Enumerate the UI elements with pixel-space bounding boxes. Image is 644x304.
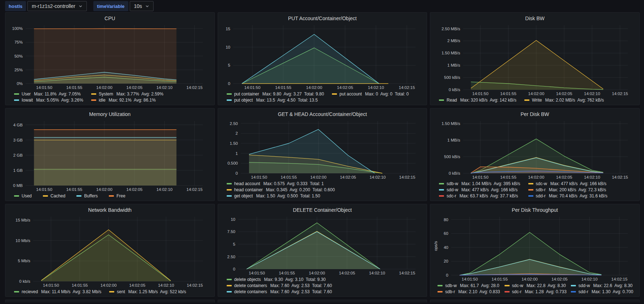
series-stats: Max: 3.77% Avg: 2.59% (116, 91, 164, 97)
chart-disk-bw[interactable]: 14:01:5014:01:5514:02:0014:02:0514:02:10… (433, 22, 636, 97)
legend-item-free[interactable]: Free (109, 193, 129, 198)
series-color-dash (109, 291, 114, 292)
series-color-dash (505, 291, 510, 292)
svg-text:80: 80 (444, 218, 449, 222)
chart-per-disk-throughput[interactable]: 14:01:5014:01:5514:02:0014:02:0514:02:10… (433, 214, 636, 282)
legend-item-put-account[interactable]: put accountMax: 0 Avg: 0 Total: 0 (332, 91, 409, 97)
legend-item-put-object[interactable]: put objectMax: 13.5 Avg: 4.50 Total: 13.… (227, 98, 324, 103)
legend-item-sdb-w[interactable]: sdb-wMax: 1.04 MB/s Avg: 395 kB/s (439, 181, 520, 186)
panel-title[interactable]: Disk BW (433, 14, 636, 22)
svg-text:20: 20 (444, 259, 449, 263)
legend-item-sdb-w[interactable]: sdb-wMax: 61.7 Avg: 28.0 (438, 283, 500, 288)
legend-item-sent[interactable]: sentMax: 1.25 Mb/s Avg: 522 kb/s (109, 289, 186, 294)
legend-item-read[interactable]: ReadMax: 320 kB/s Avg: 142 kB/s (439, 98, 516, 103)
panel-title[interactable]: Per Disk Throughput (433, 206, 636, 214)
legend-item-head-account[interactable]: head accountMax: 0.575 Avg: 0.333 Total:… (227, 181, 335, 186)
panel-title[interactable]: PUT Account/Container/Object (221, 14, 424, 22)
panel-title[interactable]: Memory Utilization (8, 110, 212, 118)
chart-svg: 14:01:5014:01:5514:02:0014:02:0514:02:10… (8, 22, 212, 91)
svg-text:14:01:50: 14:01:50 (249, 271, 265, 275)
legend: head accountMax: 0.575 Avg: 0.333 Total:… (221, 180, 424, 199)
legend-item-cached[interactable]: Cached (43, 193, 68, 198)
legend-item-system[interactable]: SystemMax: 3.77% Avg: 2.59% (91, 91, 164, 97)
svg-text:2.50: 2.50 (227, 255, 235, 259)
panel-stub (5, 300, 215, 303)
svg-text:50%: 50% (14, 54, 23, 58)
legend-item-sdb-r[interactable]: sdb-rMax: 2.10 Avg: 0.833 (438, 289, 500, 294)
svg-text:14:02:05: 14:02:05 (337, 85, 353, 90)
chart-svg: 14:01:5014:01:5514:02:0014:02:0514:02:10… (433, 214, 636, 282)
legend-item-iowait[interactable]: IowaitMax: 5.05% Avg: 3.26% (14, 98, 83, 103)
legend-item-put-container[interactable]: put containerMax: 9.80 Avg: 3.27 Total: … (227, 91, 324, 97)
series-name: sdc-w (536, 181, 547, 186)
panel-title[interactable]: Network Bandwidth (8, 206, 212, 214)
series-name: sdb-r (536, 187, 546, 192)
legend-item-delete-objects[interactable]: delete objectsMax: 9.30 Avg: 3.10 Total:… (227, 277, 332, 282)
legend: sdb-wMax: 1.04 MB/s Avg: 395 kB/ssdc-wMa… (433, 180, 636, 199)
legend-item-sdc-r[interactable]: sdc-rMax: 63.7 kB/s Avg: 37.7 kB/s (439, 193, 520, 198)
variable-current-value: 10s (134, 3, 142, 9)
svg-text:14:01:50: 14:01:50 (244, 85, 260, 90)
series-stats: Max: 0 Avg: 0 Total: 0 (365, 91, 409, 97)
svg-text:0: 0 (228, 81, 230, 86)
series-name: Write (532, 98, 542, 103)
svg-text:1 MB/s: 1 MB/s (448, 138, 461, 142)
series-name: sdd-w (447, 187, 458, 192)
series-color-dash (571, 285, 576, 286)
legend: delete objectsMax: 9.30 Avg: 3.10 Total:… (221, 276, 424, 295)
legend-item-sdd-w[interactable]: sdd-wMax: 477 kB/s Avg: 166 kB/s (439, 187, 520, 192)
series-name: recieved (22, 289, 38, 294)
chart-svg: 14:01:5014:01:5514:02:0014:02:0514:02:10… (221, 214, 424, 276)
svg-text:14:02:10: 14:02:10 (369, 271, 385, 275)
chart-memory-utilization[interactable]: 14:01:5014:01:5514:02:0014:02:0514:02:10… (8, 118, 212, 193)
series-stats: Max: 1.28 Avg: 0.733 (525, 289, 567, 294)
legend-item-sdb-r[interactable]: sdb-rMax: 200 kB/s Avg: 72.3 kB/s (528, 187, 608, 192)
legend-item-delete-containers[interactable]: delete containersMax: 7.60 Avg: 2.53 Tot… (227, 289, 332, 294)
series-stats: Max: 63.7 kB/s Avg: 37.7 kB/s (459, 193, 518, 198)
series-stats: Max: 11.4 Mb/s Avg: 3.82 Mb/s (41, 289, 101, 294)
dashboard-toolbar: hostls m-r1z1s2-controller timeVariable … (0, 0, 644, 12)
series-stats: Max: 9.30 Avg: 3.10 Total: 9.30 (264, 277, 326, 282)
legend-item-sdd-r[interactable]: sdd-rMax: 70.4 kB/s Avg: 31.6 kB/s (528, 193, 608, 198)
legend-item-get-object[interactable]: get objectMax: 1.50 Avg: 0.500 Total: 1.… (227, 193, 335, 198)
legend-item-sdd-w[interactable]: sdd-wMax: 22.6 Avg: 8.30 (571, 283, 633, 288)
legend-item-write[interactable]: WriteMax: 2.02 MB/s Avg: 762 kB/s (524, 98, 604, 103)
legend-item-idle[interactable]: idleMax: 92.1% Avg: 86.1% (91, 98, 164, 103)
legend-item-used[interactable]: Used (14, 193, 35, 198)
legend-item-delete-containers[interactable]: delete containersMax: 7.60 Avg: 2.53 Tot… (227, 283, 332, 288)
svg-text:1.50 MB/s: 1.50 MB/s (442, 51, 461, 55)
panel-title[interactable]: GET & HEAD Account/Container/Object (221, 110, 424, 118)
svg-text:14:02:00: 14:02:00 (101, 283, 117, 287)
legend-item-head-container[interactable]: head containerMax: 0.345 Avg: 0.200 Tota… (227, 187, 335, 192)
variable-value-dropdown[interactable]: 10s (130, 1, 154, 11)
chart-get-head-account-container-object[interactable]: 14:01:5014:01:5514:02:0014:02:0514:02:10… (221, 118, 424, 180)
chart-cpu[interactable]: 14:01:5014:01:5514:02:0014:02:0514:02:10… (8, 22, 212, 91)
legend-item-sdc-w[interactable]: sdc-wMax: 477 kB/s Avg: 166 kB/s (528, 181, 608, 186)
legend: recievedMax: 11.4 Mb/s Avg: 3.82 Mb/ssen… (8, 289, 212, 295)
legend-item-sdd-r[interactable]: sdd-rMax: 1.30 Avg: 0.700 (571, 289, 633, 294)
panel-title[interactable]: Per Disk BW (433, 110, 636, 118)
legend-item-sdc-w[interactable]: sdc-wMax: 22.8 Avg: 8.30 (505, 283, 567, 288)
panel-title[interactable]: CPU (8, 14, 212, 22)
variable-label: hostls (5, 1, 26, 11)
chart-delete-container-object[interactable]: 14:01:5014:01:5514:02:0014:02:0514:02:10… (221, 214, 424, 276)
svg-text:14:02:15: 14:02:15 (612, 91, 628, 96)
series-color-dash (439, 183, 444, 184)
legend-item-buffers[interactable]: Buffers (76, 193, 101, 198)
series-stats: Max: 1.25 Mb/s Avg: 522 kb/s (128, 289, 186, 294)
chart-per-disk-bw[interactable]: 14:01:5014:01:5514:02:0014:02:0514:02:10… (433, 118, 636, 180)
chart-network-bandwidth[interactable]: 14:01:5014:01:5514:02:0014:02:0514:02:10… (8, 214, 212, 289)
legend-item-sdc-r[interactable]: sdc-rMax: 1.28 Avg: 0.733 (505, 289, 567, 294)
svg-text:14:02:05: 14:02:05 (126, 187, 143, 192)
legend-item-user[interactable]: UserMax: 11.8% Avg: 7.05% (14, 91, 83, 97)
chart-put-account-container-object[interactable]: 14:01:5014:01:5514:02:0014:02:0514:02:10… (221, 22, 424, 91)
variable-value-dropdown[interactable]: m-r1z1s2-controller (27, 1, 87, 11)
svg-text:5 Mb/s: 5 Mb/s (18, 259, 30, 263)
panel-title[interactable]: DELETE Container/Object (221, 206, 424, 214)
svg-text:0: 0 (446, 273, 448, 277)
legend-item-recieved[interactable]: recievedMax: 11.4 Mb/s Avg: 3.82 Mb/s (14, 289, 101, 294)
series-stats: Max: 22.6 Avg: 8.30 (593, 283, 632, 288)
legend: put containerMax: 9.80 Avg: 3.27 Total: … (221, 91, 424, 103)
svg-text:2.50 MB/s: 2.50 MB/s (442, 27, 461, 31)
svg-text:14:01:50: 14:01:50 (36, 85, 52, 90)
